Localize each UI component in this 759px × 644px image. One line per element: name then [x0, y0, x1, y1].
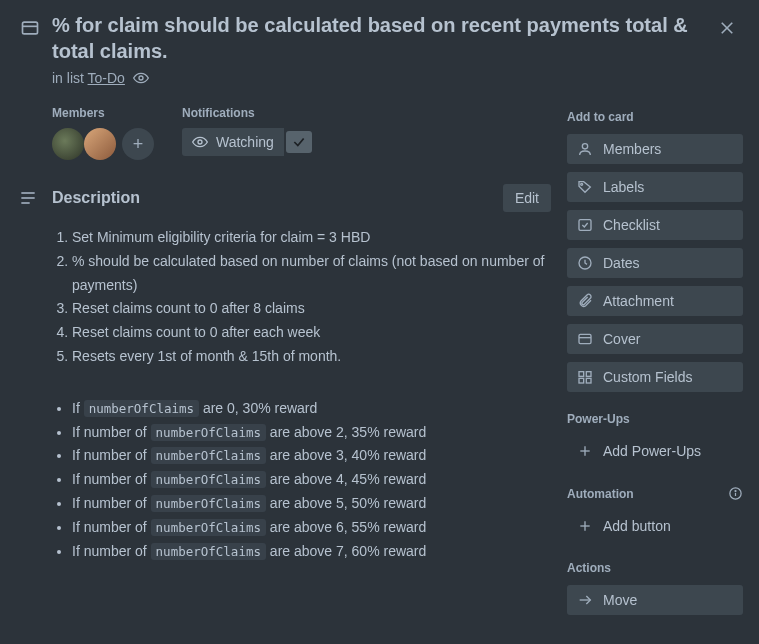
svg-rect-15: [579, 372, 584, 377]
rule-item: If number of numberOfClaims are above 5,…: [72, 492, 551, 516]
code-token: numberOfClaims: [151, 495, 266, 512]
close-button[interactable]: [711, 12, 743, 44]
powerups-heading: Power-Ups: [567, 412, 743, 426]
add-member-button[interactable]: +: [122, 128, 154, 160]
card-icon: [20, 18, 40, 41]
svg-rect-16: [586, 372, 591, 377]
in-list-label: in list To-Do: [52, 70, 125, 86]
sidebar-dates-button[interactable]: Dates: [567, 248, 743, 278]
sidebar-custom-fields-button[interactable]: Custom Fields: [567, 362, 743, 392]
description-ordered-list: Set Minimum eligibility criteria for cla…: [52, 226, 551, 369]
notifications-heading: Notifications: [182, 106, 312, 120]
sidebar-cover-button[interactable]: Cover: [567, 324, 743, 354]
members-heading: Members: [52, 106, 154, 120]
description-item: Set Minimum eligibility criteria for cla…: [72, 226, 551, 250]
rule-item: If number of numberOfClaims are above 2,…: [72, 421, 551, 445]
description-rules-list: If numberOfClaims are 0, 30% rewardIf nu…: [52, 397, 551, 564]
sidebar-checklist-button[interactable]: Checklist: [567, 210, 743, 240]
edit-description-button[interactable]: Edit: [503, 184, 551, 212]
watch-label: Watching: [216, 134, 274, 150]
code-token: numberOfClaims: [151, 424, 266, 441]
description-heading: Description: [52, 189, 491, 207]
sidebar-members-button[interactable]: Members: [567, 134, 743, 164]
svg-rect-13: [579, 334, 591, 343]
svg-point-9: [582, 144, 587, 149]
code-token: numberOfClaims: [151, 519, 266, 536]
rule-item: If number of numberOfClaims are above 3,…: [72, 444, 551, 468]
svg-point-4: [139, 76, 143, 80]
add-powerups-button[interactable]: Add Power-Ups: [567, 436, 743, 466]
member-avatar[interactable]: [84, 128, 116, 160]
code-token: numberOfClaims: [84, 400, 199, 417]
svg-rect-0: [23, 22, 38, 34]
watching-check-icon: [286, 131, 312, 153]
code-token: numberOfClaims: [151, 447, 266, 464]
description-item: Reset claims count to 0 after 8 claims: [72, 297, 551, 321]
rule-item: If numberOfClaims are 0, 30% reward: [72, 397, 551, 421]
add-automation-button[interactable]: Add button: [567, 511, 743, 541]
svg-rect-11: [579, 220, 591, 231]
code-token: numberOfClaims: [151, 543, 266, 560]
description-icon: [16, 188, 40, 208]
watch-button[interactable]: Watching: [182, 128, 284, 156]
rule-item: If number of numberOfClaims are above 7,…: [72, 540, 551, 564]
member-avatar[interactable]: [52, 128, 84, 160]
automation-heading: Automation: [567, 486, 743, 501]
sidebar-attachment-button[interactable]: Attachment: [567, 286, 743, 316]
svg-rect-17: [579, 378, 584, 383]
svg-point-5: [198, 140, 202, 144]
svg-point-23: [735, 491, 736, 492]
watch-indicator-icon[interactable]: [133, 70, 149, 86]
description-item: Resets every 1st of month & 15th of mont…: [72, 345, 551, 369]
svg-rect-18: [586, 378, 591, 383]
card-title[interactable]: % for claim should be calculated based o…: [52, 12, 699, 64]
move-button[interactable]: Move: [567, 585, 743, 615]
add-to-card-heading: Add to card: [567, 110, 743, 124]
actions-heading: Actions: [567, 561, 743, 575]
rule-item: If number of numberOfClaims are above 4,…: [72, 468, 551, 492]
info-icon[interactable]: [728, 486, 743, 501]
code-token: numberOfClaims: [151, 471, 266, 488]
svg-point-10: [581, 183, 583, 185]
description-item: % should be calculated based on number o…: [72, 250, 551, 298]
list-link[interactable]: To-Do: [88, 70, 125, 86]
rule-item: If number of numberOfClaims are above 6,…: [72, 516, 551, 540]
description-item: Reset claims count to 0 after each week: [72, 321, 551, 345]
sidebar-labels-button[interactable]: Labels: [567, 172, 743, 202]
